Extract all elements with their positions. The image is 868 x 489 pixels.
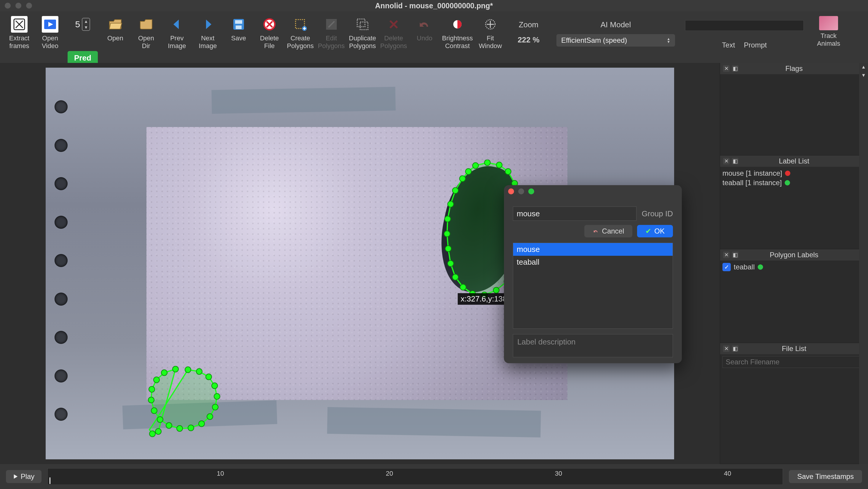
svg-point-18 bbox=[505, 169, 511, 174]
window-minimize-icon[interactable] bbox=[16, 3, 21, 9]
svg-point-35 bbox=[445, 216, 451, 222]
label-options-list[interactable]: mouseteaball bbox=[513, 243, 673, 329]
window-zoom-icon[interactable] bbox=[26, 3, 32, 9]
checkbox[interactable]: ✓ bbox=[722, 263, 731, 271]
save-button[interactable]: Save bbox=[225, 14, 252, 42]
prompt-input[interactable] bbox=[685, 20, 804, 31]
file-list-body[interactable] bbox=[720, 354, 868, 464]
scroll-up-icon[interactable]: ▲ bbox=[859, 63, 868, 71]
panel-undock-icon[interactable]: ◧ bbox=[732, 158, 739, 164]
prompt-section: Text Prompt bbox=[682, 20, 807, 49]
panel-undock-icon[interactable]: ◧ bbox=[732, 65, 739, 72]
color-swatch-icon bbox=[758, 264, 763, 270]
save-label: Save bbox=[231, 34, 246, 42]
ok-label: OK bbox=[654, 227, 664, 235]
flags-body[interactable] bbox=[720, 74, 868, 155]
extract-frames-button[interactable]: Extract frames bbox=[6, 14, 33, 50]
panel-close-icon[interactable]: ✕ bbox=[723, 158, 730, 164]
svg-rect-4 bbox=[235, 20, 242, 24]
delete-file-button[interactable]: Delete File bbox=[256, 14, 283, 50]
label-list-body[interactable]: mouse [1 instance]teaball [1 instance] bbox=[720, 167, 868, 249]
right-scrollbar[interactable]: ▲ ▼ bbox=[859, 63, 868, 464]
polygon-teaball[interactable] bbox=[147, 364, 229, 441]
open-button[interactable]: Open bbox=[102, 14, 129, 42]
group-id-label[interactable]: Group ID bbox=[642, 209, 673, 219]
svg-point-48 bbox=[198, 421, 205, 427]
svg-point-59 bbox=[155, 429, 161, 434]
polygon-label-item[interactable]: ✓teaball bbox=[722, 262, 866, 272]
arrow-right-icon bbox=[199, 16, 216, 33]
svg-point-54 bbox=[148, 397, 154, 403]
undo-label: Undo bbox=[417, 34, 433, 42]
undo-button: Undo bbox=[411, 14, 438, 42]
frame-step-stepper[interactable]: 5 ▲▼ Pred bbox=[68, 14, 98, 65]
svg-point-41 bbox=[185, 367, 191, 373]
extract-frames-label: Extract frames bbox=[9, 34, 29, 50]
open-video-label: Open Video bbox=[42, 34, 58, 50]
play-button[interactable]: Play bbox=[6, 470, 41, 483]
window-title: Annolid - mouse_000000000.png* bbox=[375, 1, 493, 10]
stepper-arrows-icon[interactable]: ▲▼ bbox=[82, 18, 90, 31]
panel-close-icon[interactable]: ✕ bbox=[723, 65, 730, 72]
cancel-button[interactable]: Cancel bbox=[584, 225, 632, 237]
create-polygons-icon bbox=[292, 16, 309, 33]
open-video-button[interactable]: Open Video bbox=[37, 14, 63, 50]
timeline-cursor[interactable] bbox=[50, 478, 51, 484]
extract-frames-icon bbox=[11, 16, 28, 33]
label-list-item-text: mouse [1 instance] bbox=[722, 169, 782, 177]
panel-close-icon[interactable]: ✕ bbox=[723, 252, 730, 258]
panel-undock-icon[interactable]: ◧ bbox=[732, 252, 739, 258]
dialog-zoom-icon[interactable] bbox=[528, 189, 534, 194]
svg-point-27 bbox=[493, 287, 499, 293]
svg-point-37 bbox=[453, 188, 458, 194]
next-image-button[interactable]: Next Image bbox=[194, 14, 221, 50]
brightness-contrast-icon bbox=[449, 16, 466, 33]
ai-model-select[interactable]: EfficientSam (speed) ▲▼ bbox=[556, 34, 675, 47]
create-polygons-button[interactable]: Create Polygons bbox=[287, 14, 314, 50]
svg-point-16 bbox=[485, 160, 490, 166]
zoom-value[interactable]: 222 % bbox=[518, 35, 539, 45]
label-list-item[interactable]: teaball [1 instance] bbox=[722, 178, 866, 188]
svg-point-15 bbox=[472, 163, 478, 169]
panel-close-icon[interactable]: ✕ bbox=[723, 345, 730, 352]
duplicate-polygons-button[interactable]: Duplicate Polygons bbox=[349, 14, 376, 50]
track-animals-button[interactable]: Track Animals bbox=[811, 14, 846, 48]
svg-rect-10 bbox=[357, 19, 365, 27]
prompt-text-label: Text bbox=[722, 41, 735, 49]
fit-window-button[interactable]: Fit Window bbox=[477, 14, 504, 50]
svg-point-30 bbox=[460, 284, 466, 290]
window-close-icon[interactable] bbox=[5, 3, 11, 9]
delete-polygons-icon bbox=[385, 16, 402, 33]
track-animals-icon bbox=[819, 16, 838, 30]
svg-point-50 bbox=[177, 426, 183, 431]
color-swatch-icon bbox=[785, 180, 790, 185]
prev-image-button[interactable]: Prev Image bbox=[164, 14, 190, 50]
svg-point-60 bbox=[149, 431, 155, 437]
scroll-down-icon[interactable]: ▼ bbox=[859, 71, 868, 80]
timeline-tick: 30 bbox=[555, 470, 562, 478]
edit-polygons-button: Edit Polygons bbox=[318, 14, 345, 50]
undo-icon bbox=[593, 228, 599, 234]
save-timestamps-button[interactable]: Save Timestamps bbox=[789, 470, 862, 483]
flags-panel: ✕◧ Flags bbox=[720, 63, 868, 155]
dialog-titlebar[interactable] bbox=[504, 185, 682, 198]
ok-button[interactable]: ✔ OK bbox=[637, 225, 673, 237]
label-name-input[interactable] bbox=[513, 206, 637, 221]
label-list-item[interactable]: mouse [1 instance] bbox=[722, 169, 866, 178]
open-dir-button[interactable]: Open Dir bbox=[133, 14, 159, 50]
svg-point-42 bbox=[196, 369, 202, 374]
svg-point-58 bbox=[173, 366, 179, 372]
label-option[interactable]: mouse bbox=[513, 243, 673, 256]
panel-undock-icon[interactable]: ◧ bbox=[732, 345, 739, 352]
dialog-close-icon[interactable] bbox=[508, 189, 514, 194]
svg-point-51 bbox=[166, 423, 172, 429]
label-option[interactable]: teaball bbox=[513, 256, 673, 268]
file-search-input[interactable] bbox=[722, 356, 866, 368]
polygon-labels-body[interactable]: ✓teaball bbox=[720, 261, 868, 343]
cancel-label: Cancel bbox=[602, 227, 624, 235]
timeline[interactable]: 10203040 bbox=[48, 468, 783, 485]
brightness-contrast-button[interactable]: Brightness Contrast bbox=[442, 14, 473, 50]
prev-image-label: Prev Image bbox=[168, 34, 186, 50]
flags-title: Flags bbox=[785, 64, 803, 73]
label-description-input[interactable]: Label description bbox=[513, 334, 673, 357]
